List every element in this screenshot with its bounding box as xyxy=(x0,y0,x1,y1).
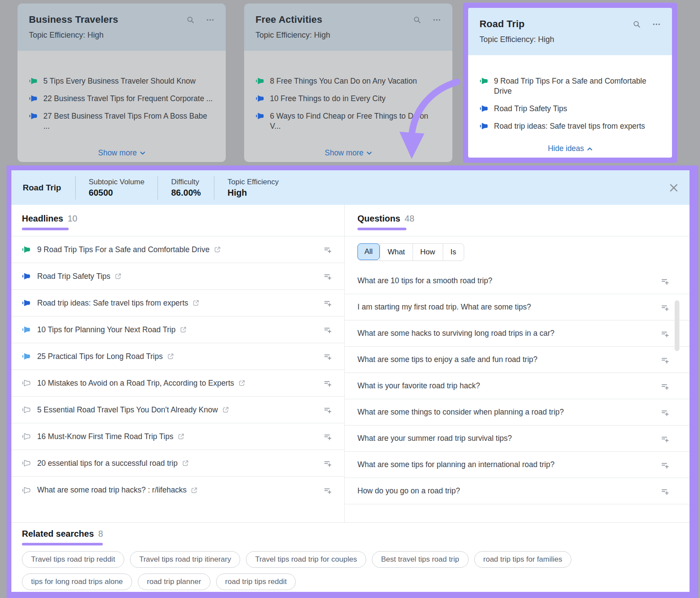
megaphone-green-icon xyxy=(256,77,264,85)
related-search-chip[interactable]: road trip tips reddit xyxy=(216,573,296,590)
external-link-icon[interactable] xyxy=(191,487,198,494)
card-title: Business Travelers xyxy=(29,14,118,25)
idea-item: 9 Road Trip Tips For a Safe and Comforta… xyxy=(468,76,672,96)
filter-what[interactable]: What xyxy=(380,244,413,260)
idea-item: Road Trip Safety Tips xyxy=(468,104,672,114)
topic-card-free-activities[interactable]: Free Activities Topic Efficiency: High 8… xyxy=(244,4,452,162)
stat-subtopic-volume: Subtopic Volume 60500 xyxy=(76,178,158,198)
add-to-list-icon[interactable] xyxy=(323,325,332,334)
show-more-link[interactable]: Show more xyxy=(244,148,452,158)
idea-item: 5 Tips Every Business Traveler Should Kn… xyxy=(18,76,226,86)
headlines-section: Headlines 10 9 Road Trip Tips For a Safe… xyxy=(11,205,344,522)
search-icon[interactable] xyxy=(186,16,195,24)
megaphone-blue-icon xyxy=(480,122,488,130)
card-header: Free Activities Topic Efficiency: High xyxy=(244,4,452,51)
headline-item: 10 Tips for Planning Your Next Road Trip xyxy=(11,317,344,343)
related-searches-section: Related searches 8 Travel tips road trip… xyxy=(11,522,690,592)
add-to-list-icon[interactable] xyxy=(323,299,332,307)
add-to-list-icon[interactable] xyxy=(323,272,332,281)
question-item: What is your favorite road trip hack? xyxy=(345,373,690,399)
close-panel-button[interactable] xyxy=(669,183,678,192)
external-link-icon[interactable] xyxy=(214,246,221,253)
question-item: What are some hacks to surviving long ro… xyxy=(345,320,690,347)
chevron-up-icon xyxy=(587,147,592,151)
add-to-list-icon[interactable] xyxy=(661,355,669,364)
megaphone-blue-icon xyxy=(29,94,38,103)
external-link-icon[interactable] xyxy=(192,299,200,306)
more-options-icon[interactable] xyxy=(433,16,441,24)
card-header: Road Trip Topic Efficiency: High xyxy=(468,8,672,55)
idea-item: 8 Free Things You Can Do on Any Vacation xyxy=(244,76,452,86)
add-to-list-icon[interactable] xyxy=(661,277,669,285)
external-link-icon[interactable] xyxy=(115,273,122,280)
megaphone-blue-icon xyxy=(256,112,264,120)
more-options-icon[interactable] xyxy=(206,16,214,24)
add-to-list-icon[interactable] xyxy=(323,405,332,414)
scrollbar-thumb[interactable] xyxy=(675,300,679,351)
megaphone-blue-icon xyxy=(29,112,38,120)
search-icon[interactable] xyxy=(413,16,421,24)
add-to-list-icon[interactable] xyxy=(323,486,332,495)
add-to-list-icon[interactable] xyxy=(661,329,669,338)
headline-item: Road trip ideas: Safe travel tips from e… xyxy=(11,290,344,317)
filter-is[interactable]: Is xyxy=(443,244,464,260)
external-link-icon[interactable] xyxy=(180,326,187,333)
external-link-icon[interactable] xyxy=(167,353,174,360)
topic-efficiency: Topic Efficiency: High xyxy=(480,35,661,44)
chevron-down-icon xyxy=(140,151,145,155)
filter-how[interactable]: How xyxy=(413,244,443,260)
more-options-icon[interactable] xyxy=(652,20,661,28)
topic-cards-row: Business Travelers Topic Efficiency: Hig… xyxy=(0,0,700,165)
external-link-icon[interactable] xyxy=(182,460,189,467)
megaphone-blue-icon xyxy=(256,94,264,103)
related-search-chip[interactable]: Travel tips road trip reddit xyxy=(22,551,124,568)
search-icon[interactable] xyxy=(633,20,641,28)
topic-card-business-travelers[interactable]: Business Travelers Topic Efficiency: Hig… xyxy=(18,4,226,162)
megaphone-gray-icon xyxy=(22,379,31,387)
questions-title: Questions xyxy=(357,214,400,224)
related-search-chip[interactable]: road trip planner xyxy=(138,573,210,590)
filter-all[interactable]: All xyxy=(357,243,380,260)
topic-card-road-trip[interactable]: Road Trip Topic Efficiency: High 9 Road … xyxy=(468,8,672,158)
highlight-border-road-trip: Road Trip Topic Efficiency: High 9 Road … xyxy=(463,3,677,163)
megaphone-lightblue-icon xyxy=(22,352,31,361)
related-search-chip[interactable]: Travel tips road trip for couples xyxy=(246,551,366,568)
add-to-list-icon[interactable] xyxy=(323,459,332,468)
add-to-list-icon[interactable] xyxy=(323,245,332,254)
add-to-list-icon[interactable] xyxy=(661,382,669,390)
close-icon xyxy=(669,183,678,192)
headline-item: 25 Practical Tips for Long Road Trips xyxy=(11,343,344,370)
megaphone-gray-icon xyxy=(22,459,31,468)
megaphone-blue-icon xyxy=(480,104,488,113)
megaphone-gray-icon xyxy=(22,405,31,414)
megaphone-gray-icon xyxy=(22,486,31,495)
add-to-list-icon[interactable] xyxy=(661,408,669,417)
stat-topic-efficiency: Topic Efficiency High xyxy=(214,178,292,198)
add-to-list-icon[interactable] xyxy=(323,379,332,387)
related-search-chip[interactable]: road trip tips for families xyxy=(474,551,571,568)
add-to-list-icon[interactable] xyxy=(323,352,332,361)
related-search-chip[interactable]: tips for long road trips alone xyxy=(22,573,132,590)
related-search-chip[interactable]: Travel tips road trip itinerary xyxy=(130,551,240,568)
related-search-chip[interactable]: Best travel tips road trip xyxy=(372,551,469,568)
megaphone-gray-icon xyxy=(22,432,31,441)
external-link-icon[interactable] xyxy=(238,380,245,387)
add-to-list-icon[interactable] xyxy=(661,303,669,312)
external-link-icon[interactable] xyxy=(222,406,229,413)
active-tab-underline xyxy=(357,228,406,230)
show-more-link[interactable]: Show more xyxy=(18,148,226,158)
add-to-list-icon[interactable] xyxy=(323,432,332,441)
add-to-list-icon[interactable] xyxy=(661,434,669,443)
add-to-list-icon[interactable] xyxy=(661,487,669,496)
topic-efficiency: Topic Efficiency: High xyxy=(29,31,214,40)
topic-efficiency: Topic Efficiency: High xyxy=(256,31,441,40)
add-to-list-icon[interactable] xyxy=(661,461,669,469)
headline-item: 16 Must-Know First Time Road Trip Tips xyxy=(11,423,344,450)
related-search-chips: Travel tips road trip reddit Travel tips… xyxy=(22,551,679,590)
external-link-icon[interactable] xyxy=(178,433,185,440)
idea-item: 27 Best Business Travel Tips From A Boss… xyxy=(18,111,226,131)
hide-ideas-link[interactable]: Hide ideas xyxy=(468,144,672,153)
question-item: What are some things to consider when pl… xyxy=(345,399,690,426)
idea-item: 22 Business Travel Tips for Frequent Cor… xyxy=(18,94,226,104)
panel-title: Road Trip xyxy=(23,183,61,193)
